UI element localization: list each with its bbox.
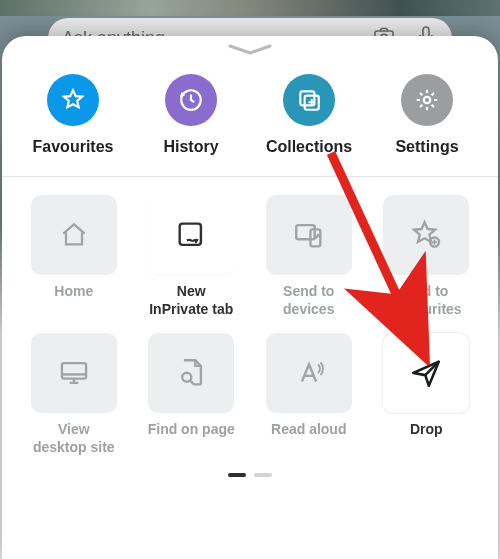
svg-point-9 <box>200 241 203 244</box>
inprivate-icon <box>148 195 234 275</box>
devices-icon <box>266 195 352 275</box>
home-label: Home <box>54 283 93 319</box>
home-button[interactable]: Home <box>22 195 126 319</box>
new-inprivate-tab-button[interactable]: NewInPrivate tab <box>140 195 244 319</box>
add-to-favourites-button[interactable]: Add toFavourites <box>375 195 479 319</box>
drop-button[interactable]: Drop <box>375 333 479 457</box>
find-on-page-button[interactable]: Find on page <box>140 333 244 457</box>
star-icon <box>47 74 99 126</box>
send-to-devices-button[interactable]: Send todevices <box>257 195 361 319</box>
settings-button[interactable]: Settings <box>372 74 482 156</box>
svg-point-6 <box>424 97 431 104</box>
send-to-devices-label: Send todevices <box>283 283 334 319</box>
svg-point-8 <box>195 241 198 244</box>
history-button[interactable]: History <box>136 74 246 156</box>
read-aloud-button[interactable]: Read aloud <box>257 333 361 457</box>
find-on-page-icon <box>148 333 234 413</box>
view-desktop-site-button[interactable]: Viewdesktop site <box>22 333 126 457</box>
collections-icon <box>283 74 335 126</box>
add-to-favourites-label: Add toFavourites <box>391 283 462 319</box>
page-indicator[interactable] <box>2 467 498 493</box>
page-dot-1 <box>228 473 246 477</box>
history-icon <box>165 74 217 126</box>
drop-label: Drop <box>410 421 443 457</box>
collections-label: Collections <box>266 138 352 156</box>
read-aloud-icon <box>266 333 352 413</box>
read-aloud-label: Read aloud <box>271 421 346 457</box>
star-plus-icon <box>383 195 469 275</box>
favourites-button[interactable]: Favourites <box>18 74 128 156</box>
settings-label: Settings <box>395 138 458 156</box>
find-on-page-label: Find on page <box>148 421 235 457</box>
favourites-label: Favourites <box>33 138 114 156</box>
page-dot-2 <box>254 473 272 477</box>
collections-button[interactable]: Collections <box>254 74 364 156</box>
svg-rect-7 <box>180 224 201 245</box>
sheet-grabber[interactable] <box>226 42 274 58</box>
history-label: History <box>163 138 218 156</box>
paper-plane-icon <box>383 333 469 413</box>
svg-rect-10 <box>296 225 314 239</box>
gear-icon <box>401 74 453 126</box>
overflow-menu-sheet: Favourites History Collections Settings <box>2 36 498 559</box>
svg-point-14 <box>182 373 191 382</box>
svg-rect-13 <box>62 363 86 379</box>
inprivate-label: NewInPrivate tab <box>149 283 233 319</box>
desktop-icon <box>31 333 117 413</box>
home-icon <box>31 195 117 275</box>
view-desktop-site-label: Viewdesktop site <box>33 421 115 457</box>
